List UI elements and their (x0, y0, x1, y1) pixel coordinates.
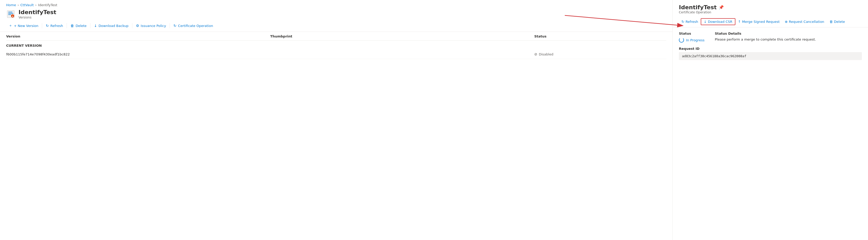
right-refresh-button[interactable]: ↻ Refresh (679, 18, 701, 25)
disabled-icon: ⊘ (534, 52, 537, 56)
right-toolbar: ↻ Refresh ↓ Download CSR ↑ Merge Signed … (673, 16, 868, 28)
right-panel-header: IdentifyTest 📌 Certificate Operation (673, 0, 868, 16)
merge-signed-button[interactable]: ↑ Merge Signed Request (736, 18, 782, 25)
issuance-policy-button[interactable]: ⚙ Issuance Policy (133, 22, 168, 29)
plus-icon: ＋ (9, 23, 12, 28)
col-thumbprint: Thumbprint (270, 34, 534, 38)
status-col: Status In Progress (679, 32, 705, 43)
right-content: Status In Progress Status Details Please… (673, 28, 868, 64)
breadcrumb: Home › CttVault › IdentifyTest (0, 0, 673, 8)
separator-4 (132, 23, 132, 28)
row-status: ⊘ Disabled (534, 52, 666, 56)
row-version: f600b115fe714e7098f430eadf1bc822 (6, 53, 270, 56)
right-refresh-icon: ↻ (681, 20, 684, 24)
page-subtitle: Versions (19, 16, 56, 19)
new-version-button[interactable]: ＋ + New Version (6, 22, 41, 30)
download-backup-button[interactable]: ↓ Download Backup (91, 22, 131, 29)
svg-rect-1 (8, 12, 12, 12)
right-delete-button[interactable]: 🗑 Delete (827, 18, 848, 25)
section-label: CURRENT VERSION (6, 40, 666, 49)
left-panel: Home › CttVault › IdentifyTest ★ Identif… (0, 0, 673, 240)
status-details-label: Status Details (715, 32, 862, 35)
request-id-value: ad83c2aff30c456188a36cac962008af (679, 52, 862, 60)
request-id-section: Request ID ad83c2aff30c456188a36cac96200… (679, 47, 862, 60)
cancel-icon: ⊗ (785, 20, 787, 24)
breadcrumb-home[interactable]: Home (6, 3, 16, 7)
download-icon: ↓ (94, 24, 97, 28)
col-version: Version (6, 34, 270, 38)
details-col: Status Details Please perform a merge to… (715, 32, 862, 43)
separator-5 (169, 23, 170, 28)
merge-icon: ↑ (738, 20, 741, 24)
request-id-label: Request ID (679, 47, 862, 50)
download-csr-button[interactable]: ↓ Download CSR (701, 18, 736, 25)
left-toolbar: ＋ + New Version ↻ Refresh 🗑 Delete ↓ Dow… (0, 20, 673, 32)
page-title: IdentifyTest (19, 9, 56, 16)
page-header: ★ IdentifyTest Versions (0, 8, 673, 20)
svg-text:★: ★ (11, 15, 13, 18)
table-header: Version Thumbprint Status (6, 32, 666, 40)
cert-icon: ★ (6, 9, 16, 19)
separator-1 (42, 23, 42, 28)
cert-operation-button[interactable]: ↻ Certificate Operation (171, 22, 216, 29)
chevron-icon-1: › (18, 3, 19, 7)
status-details-text: Please perform a merge to complete this … (715, 37, 862, 41)
refresh-button[interactable]: ↻ Refresh (43, 22, 65, 29)
right-trash-icon: 🗑 (830, 20, 833, 24)
refresh-icon: ↻ (46, 24, 49, 28)
in-progress-text: In Progress (686, 38, 705, 42)
breadcrumb-vault[interactable]: CttVault (20, 3, 34, 7)
cert-op-icon: ↻ (174, 24, 177, 28)
page-title-group: IdentifyTest Versions (19, 9, 56, 19)
in-progress-status: In Progress (679, 37, 705, 43)
col-status: Status (534, 34, 666, 38)
right-panel: IdentifyTest 📌 Certificate Operation ↻ R… (673, 0, 868, 240)
right-subtitle: Certificate Operation (679, 10, 862, 14)
trash-icon: 🗑 (70, 24, 74, 28)
delete-button[interactable]: 🗑 Delete (68, 22, 89, 29)
in-progress-spinner (679, 37, 684, 43)
svg-rect-2 (8, 13, 13, 13)
chevron-icon-2: › (35, 3, 36, 7)
table-area: Version Thumbprint Status CURRENT VERSIO… (0, 32, 673, 240)
status-label: Status (679, 32, 705, 35)
status-row: Status In Progress Status Details Please… (679, 32, 862, 43)
breadcrumb-current: IdentifyTest (38, 3, 57, 7)
table-row: f600b115fe714e7098f430eadf1bc822 ⊘ Disab… (6, 49, 666, 59)
download-csr-icon: ↓ (704, 20, 707, 24)
svg-rect-3 (8, 14, 11, 15)
pin-icon[interactable]: 📌 (719, 5, 724, 10)
sliders-icon: ⚙ (136, 24, 139, 28)
request-cancel-button[interactable]: ⊗ Request Cancellation (782, 18, 827, 25)
right-title: IdentifyTest 📌 (679, 4, 862, 10)
